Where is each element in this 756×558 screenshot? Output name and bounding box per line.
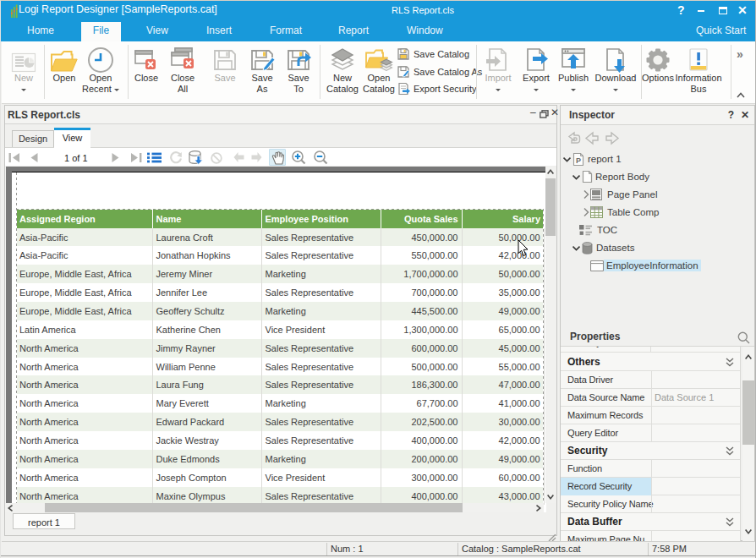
svg-text:P: P [576,156,581,165]
